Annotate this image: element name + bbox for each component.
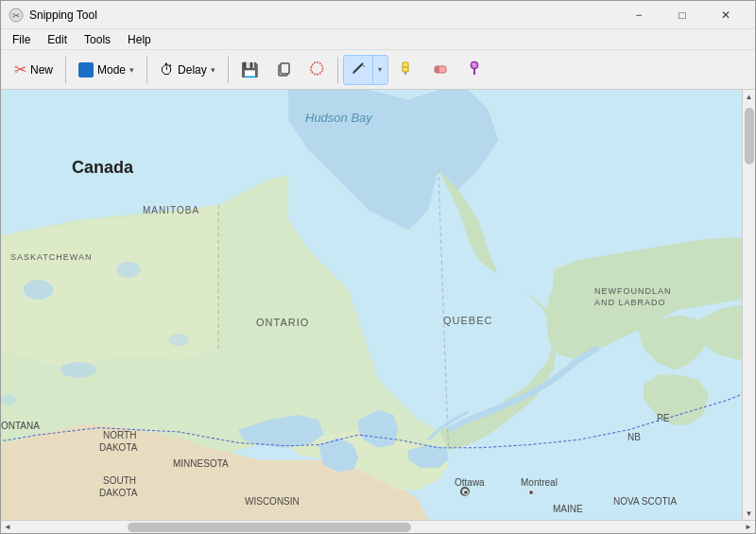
scrollbar-horizontal: ◄ ► xyxy=(1,520,755,533)
maximize-button[interactable]: □ xyxy=(661,1,704,29)
marker-button[interactable] xyxy=(458,55,490,85)
scroll-left-button[interactable]: ◄ xyxy=(1,521,14,534)
app-icon: ✂ xyxy=(9,8,24,23)
svg-rect-3 xyxy=(281,63,289,74)
separator-4 xyxy=(337,57,338,83)
eraser-icon xyxy=(432,60,449,79)
menu-tools[interactable]: Tools xyxy=(77,31,118,48)
svg-text:✂: ✂ xyxy=(12,10,20,21)
delay-button[interactable]: ⏱ Delay ▾ xyxy=(152,55,223,85)
freeform-icon xyxy=(308,60,325,79)
eraser-button[interactable] xyxy=(424,55,456,85)
scroll-thumb-vertical[interactable] xyxy=(745,108,754,164)
mode-icon xyxy=(78,62,94,78)
svg-rect-11 xyxy=(435,66,439,73)
menu-help[interactable]: Help xyxy=(120,31,159,48)
svg-point-17 xyxy=(116,262,140,278)
map-container[interactable]: Hudson Bay Canada MANITOBA ONTARIO QUEBE… xyxy=(1,90,742,520)
separator-1 xyxy=(65,57,66,83)
copy-icon xyxy=(276,62,291,78)
marker-icon xyxy=(466,60,483,79)
svg-point-14 xyxy=(472,63,474,65)
montreal-dot xyxy=(528,490,534,495)
app-window: ✂ Snipping Tool − □ ✕ File Edit Tools He… xyxy=(0,0,756,534)
new-label: New xyxy=(30,63,53,77)
highlighter-icon xyxy=(398,60,415,79)
save-button[interactable]: 💾 xyxy=(233,55,266,85)
scroll-down-button[interactable]: ▼ xyxy=(743,507,756,520)
svg-rect-8 xyxy=(404,72,406,75)
scissors-icon: ✂ xyxy=(14,60,26,78)
svg-line-4 xyxy=(353,63,363,73)
menu-file[interactable]: File xyxy=(5,31,38,48)
separator-3 xyxy=(228,57,229,83)
new-button[interactable]: ✂ New xyxy=(7,55,60,85)
svg-point-20 xyxy=(1,395,16,405)
title-bar: ✂ Snipping Tool − □ ✕ xyxy=(1,1,755,29)
save-icon: 💾 xyxy=(241,61,259,78)
mode-dropdown-arrow: ▾ xyxy=(129,65,134,75)
highlighter-button[interactable] xyxy=(390,55,422,85)
scroll-right-button[interactable]: ► xyxy=(742,521,755,534)
copy-button[interactable] xyxy=(268,55,299,85)
menu-edit[interactable]: Edit xyxy=(40,31,75,48)
scroll-track-vertical xyxy=(743,103,755,507)
mode-label: Mode xyxy=(97,63,126,77)
map-svg xyxy=(1,90,742,520)
pen-dropdown[interactable]: ▾ xyxy=(372,56,387,84)
svg-point-18 xyxy=(60,362,96,378)
freeform-button[interactable] xyxy=(301,55,333,85)
scroll-thumb-horizontal[interactable] xyxy=(128,523,411,532)
svg-point-16 xyxy=(24,280,54,300)
delay-label: Delay xyxy=(178,63,207,77)
clock-icon: ⏱ xyxy=(160,61,174,78)
minimize-button[interactable]: − xyxy=(617,1,661,29)
pen-icon xyxy=(350,60,367,79)
svg-point-19 xyxy=(168,334,188,346)
ottawa-dot xyxy=(463,490,469,495)
window-title: Snipping Tool xyxy=(29,9,617,22)
scroll-up-button[interactable]: ▲ xyxy=(743,90,756,103)
delay-dropdown-arrow: ▾ xyxy=(211,65,215,75)
separator-2 xyxy=(146,57,147,83)
scroll-track-horizontal xyxy=(14,521,742,533)
menu-bar: File Edit Tools Help xyxy=(1,29,755,50)
window-controls: − □ ✕ xyxy=(617,1,747,29)
toolbar: ✂ New Mode ▾ ⏱ Delay ▾ 💾 xyxy=(1,50,755,90)
close-button[interactable]: ✕ xyxy=(704,1,747,29)
scrollbar-vertical: ▲ ▼ xyxy=(742,90,755,520)
content-area: Hudson Bay Canada MANITOBA ONTARIO QUEBE… xyxy=(1,90,755,520)
pen-button[interactable] xyxy=(344,56,372,83)
mode-button[interactable]: Mode ▾ xyxy=(71,55,142,85)
pen-tool-group: ▾ xyxy=(343,55,388,85)
